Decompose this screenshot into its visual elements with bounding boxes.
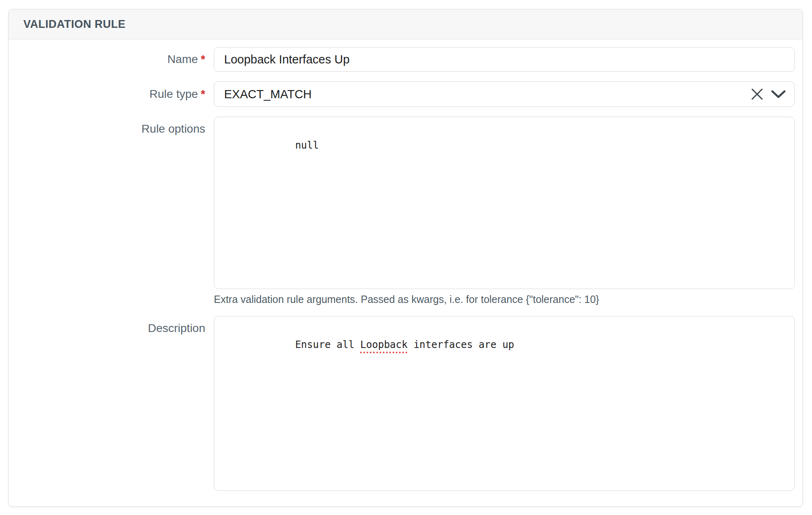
description-label: Description [9, 316, 205, 491]
field-row-name: Name* [9, 47, 795, 72]
panel-body: Name* Rule type* EXACT_MATCH [9, 39, 803, 506]
page: VALIDATION RULE Name* Rule type* EXACT_M… [0, 0, 812, 515]
validation-rule-panel: VALIDATION RULE Name* Rule type* EXACT_M… [8, 9, 803, 507]
name-input[interactable] [214, 47, 795, 72]
required-marker: * [201, 88, 205, 100]
field-row-rule-options: Rule options null Extra [9, 117, 795, 316]
field-row-rule-type: Rule type* EXACT_MATCH [9, 81, 795, 107]
rule-type-selected-value: EXACT_MATCH [224, 88, 749, 101]
clear-selection-x-icon[interactable] [749, 86, 765, 102]
rule-type-select[interactable]: EXACT_MATCH [214, 81, 795, 107]
description-misspelled-word: Loopback [360, 339, 408, 350]
rule-options-label: Rule options [9, 117, 205, 316]
description-textarea[interactable]: Ensure all Loopback interfaces are up [214, 316, 795, 491]
resize-handle-icon[interactable] [782, 276, 793, 287]
description-text-after: interfaces are up [408, 339, 514, 350]
rule-type-label: Rule type* [9, 87, 205, 101]
field-row-description: Description Ensure all Loopback interfac… [9, 316, 795, 491]
required-marker: * [201, 53, 205, 66]
panel-title: VALIDATION RULE [23, 18, 126, 31]
rule-options-textarea[interactable]: null [214, 117, 795, 289]
rule-options-value: null [295, 140, 319, 151]
resize-handle-icon[interactable] [782, 478, 793, 489]
panel-header: VALIDATION RULE [9, 9, 803, 39]
chevron-down-icon[interactable] [771, 86, 786, 102]
description-text-before: Ensure all [295, 339, 360, 350]
name-label: Name* [9, 52, 205, 66]
rule-options-help-text: Extra validation rule arguments. Passed … [214, 294, 795, 305]
